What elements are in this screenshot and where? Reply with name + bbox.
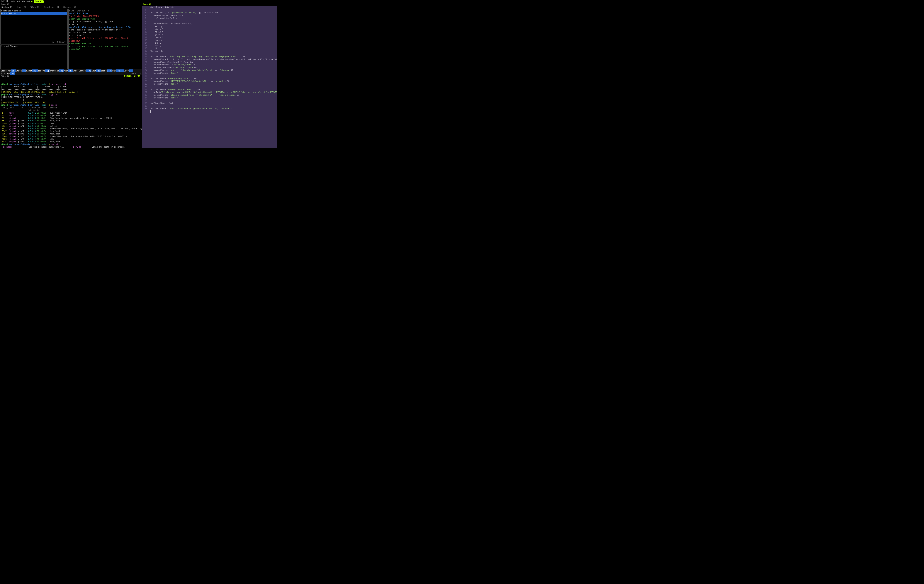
editor-line[interactable]: 12 procs \ <box>142 36 277 39</box>
editor-line[interactable]: 27 "hx-cmd">echo "Configuring bash..." &… <box>142 77 277 80</box>
cmd-label: Undo Commit <box>73 69 86 72</box>
diff-line: brew tap \ <box>69 23 140 26</box>
editor-line[interactable]: 16 lf <box>142 47 277 50</box>
cmd-label: Ignore <box>38 69 45 72</box>
editor-line[interactable]: 14 exa \ <box>142 42 277 44</box>
terminal-line: | TERMINAL ID | NAME | STATE | <box>1 86 141 88</box>
terminal-line: 1 root 0.0 0.1 00:00:00 supervisor init <box>1 112 141 114</box>
terminal-line: 55 gitpod pts/0 0.0 0.1 00:00:00 /bin/ba… <box>1 119 141 122</box>
editor-line[interactable]: 9 micro \ <box>142 28 277 31</box>
editor-line[interactable]: 20 "hx-cmd">curl -L https://github.com/a… <box>142 58 277 61</box>
cmd-key[interactable]: [b] <box>59 69 64 72</box>
editor-line[interactable]: 22 "hx-cmd">mkdir -p ~/.local/share && <box>142 64 277 66</box>
staged-changes-panel[interactable]: Staged Changes <box>0 44 68 69</box>
terminal-line: gitpod /workspace/gitpod-dotfiles (main)… <box>1 93 141 96</box>
editor-line[interactable]: 6 <box>142 20 277 23</box>
editor-line[interactable]: 3 "hx-cmd">if [ -x "$(command -v ">brew)… <box>142 12 277 14</box>
terminal-line: 6937 gitpod 10.0 0.6 00:00:13 /home/linu… <box>1 127 141 130</box>
terminal-line: 6196 gitpod pts/1 0.0 0.3 00:00:07 bash <box>1 122 141 125</box>
terminal-line: 49 gitpod 0.0 0.8 00:00:04 /ide/node/bin… <box>1 117 141 119</box>
editor-line[interactable]: 18 <box>142 53 277 55</box>
cmd-label: Reset <box>26 69 32 72</box>
editor-line[interactable]: ▎ █ <box>142 110 277 113</box>
editor-line[interactable]: 19 "hx-cmd">echo "Installing Ble.sh (htt… <box>142 55 277 58</box>
terminal-line: 8315 gitpod pts/4 0.0 0.3 00:00:06 /bin/… <box>1 140 141 143</box>
editor-line[interactable]: 8 zellij \ <box>142 25 277 28</box>
diff-line: @@ -1,4 +1,4 @@ <box>69 12 140 15</box>
cmd-label: To stage <box>1 72 10 75</box>
editor-line[interactable]: startTime=$(date +%s) <box>142 6 277 9</box>
editor-line[interactable]: 37 <box>142 105 277 107</box>
cmd-label: Nav <box>112 69 116 72</box>
editor-line[interactable]: 30 <box>142 86 277 88</box>
editor-line[interactable]: 25 "hx-cmd">echo "Done!" <box>142 72 277 75</box>
editor-line[interactable]: 24 "hx-cmd">echo 'source ~/.local/share/… <box>142 69 277 72</box>
cmd-label: Edit <box>91 69 96 72</box>
gitui-tab-status[interactable]: Status [1] <box>2 6 14 8</box>
editor-line[interactable]: 2 <box>142 9 277 12</box>
gitui-tab-stashing[interactable]: Stashing [4] <box>45 6 59 8</box>
pane-2-title: Pane #2 <box>142 3 277 6</box>
editor-line[interactable]: 7 "hx-cmd">brew "hx-cmd">install \ <box>142 23 277 25</box>
cmd-key[interactable]: [i] <box>45 69 50 72</box>
editor-line[interactable]: 13 tmux \ <box>142 39 277 42</box>
app-name: Zellij <box>1 0 8 3</box>
editor-line[interactable]: 29 "hx-cmd">echo "Done!" <box>142 83 277 86</box>
diff-line: echo "Install finished in $((SECONDS-sta… <box>69 37 140 43</box>
editor-line[interactable]: 34 "hx-cmd">echo "Done!" <box>142 97 277 99</box>
terminal-line: | CPU (MILLICORES) | MEMORY (BYTES) | <box>1 96 141 99</box>
editor-line[interactable]: 26 <box>142 75 277 77</box>
editor-line[interactable]: 11 gitui \ <box>142 33 277 36</box>
diff-line: local startTime=$SECONDS <box>69 15 140 18</box>
cmd-key[interactable]: [⇧U] <box>86 69 91 72</box>
unstaged-changes-panel[interactable]: Unstaged Changes M install.sh ↑0 ↓0 {mai… <box>0 9 68 44</box>
terminal-line: 6934 gitpod pts/1 0.0 0.1 00:00:02 zelli… <box>1 125 141 127</box>
editor-line[interactable]: 15 bat \ <box>142 44 277 47</box>
pane-1-gitui: Pane #1 Status [1] Log [2] Files [3] Sta… <box>0 3 142 75</box>
cmd-key[interactable]: [f] <box>68 69 73 72</box>
diff-line: @@ -33,4 +33,6 @@ echo "Adding bash alia… <box>69 26 140 29</box>
terminal-line: | 40m/6000m (0%) | 496Mi/11870Mi (4%) | <box>1 101 141 104</box>
cmd-key[interactable]: [e] <box>96 69 101 72</box>
scroll-indicator: SCROLL: 24/24 <box>124 75 142 77</box>
terminal-line: |------------------------------|--------… <box>1 88 141 90</box>
editor-line[interactable]: 23 "hx-cmd">mv blesh/ ~/.local/share && <box>142 66 277 69</box>
editor-line[interactable]: 38 "hx-cmd">echo "Install finished in $(… <box>142 107 277 110</box>
cmd-label: Stage <box>16 69 22 72</box>
diff-panel[interactable]: Diff: install.sh @@ -1,4 +1,4 @@local st… <box>68 9 141 69</box>
gitui-tab-stashes[interactable]: Stashes [5] <box>63 6 76 8</box>
cmd-key[interactable]: [d] <box>21 69 26 72</box>
editor-line[interactable]: 33 "hx-cmd">echo "alias cloudcmd='npx -y… <box>142 94 277 97</box>
tab-arrow-icon: ▶ <box>31 0 33 3</box>
diff-title: Diff: install.sh <box>69 10 140 12</box>
terminal-line: 8223 gitpod pts/2 0.0 0.1 00:00:01 gitui <box>1 138 141 140</box>
editor-line[interactable]: 17 "hx-cmd">fi <box>142 50 277 53</box>
cmd-key[interactable]: [⇧B] <box>107 69 112 72</box>
cmd-key[interactable]: [↑↓←→] <box>116 69 124 72</box>
unstaged-file[interactable]: M install.sh <box>1 12 67 15</box>
tab-pill[interactable]: Tab #1 <box>34 0 44 3</box>
terminal-line: | 05390424-52ce-4dd0-ab94-35d7453a136a |… <box>1 90 141 93</box>
cmd-key[interactable]: [←] <box>129 69 133 72</box>
gitui-tab-log[interactable]: Log [2] <box>17 6 26 8</box>
editor-line[interactable]: 31 "hx-cmd">echo "Adding bash aliases...… <box>142 88 277 91</box>
editor-line[interactable]: 35 <box>142 99 277 102</box>
pane-3-terminal[interactable]: Pane #3 SCROLL: 24/24 gitpod /workspace/… <box>0 75 142 148</box>
diff-line: echo "Install finished in $((endTime-sta… <box>69 45 140 51</box>
editor-line[interactable]: 10 helix \ <box>142 31 277 33</box>
cmd-key[interactable]: [a] <box>11 69 16 72</box>
cmd-label: Diff <box>124 69 129 72</box>
gitui-tab-files[interactable]: Files [3] <box>30 6 41 8</box>
editor-line[interactable]: 28 "hx-cmd">echo 'HISTTIMEFORMAT="|%Y-%m… <box>142 80 277 83</box>
gitui-tabs[interactable]: Status [1] Log [2] Files [3] Stashing [4… <box>0 6 142 9</box>
editor-line[interactable]: 36 endTime=$(date +%s) <box>142 102 277 105</box>
editor-line[interactable]: 32 (ALIAS='lf -last-dir-path=$HOME/.lf-l… <box>142 91 277 94</box>
editor-line[interactable]: 4 "hx-cmd">brew "hx-cmd">tap \ <box>142 14 277 17</box>
cmd-more[interactable]: more [.] <box>131 72 141 75</box>
editor-line[interactable]: 5 helix-editor/helix <box>142 17 277 20</box>
diff-line: if [ -x "$(command -v brew)" ]; then <box>69 20 140 23</box>
editor-line[interactable]: 21 "hx-cmd">mv ble-nightly* blesh && <box>142 61 277 64</box>
cmd-key[interactable]: [⇧D] <box>32 69 38 72</box>
pane-2-helix-editor[interactable]: startTime=$(date +%s)2 3 "hx-cmd">if [ -… <box>142 6 277 148</box>
cmd-key[interactable]: [w] <box>10 72 15 75</box>
